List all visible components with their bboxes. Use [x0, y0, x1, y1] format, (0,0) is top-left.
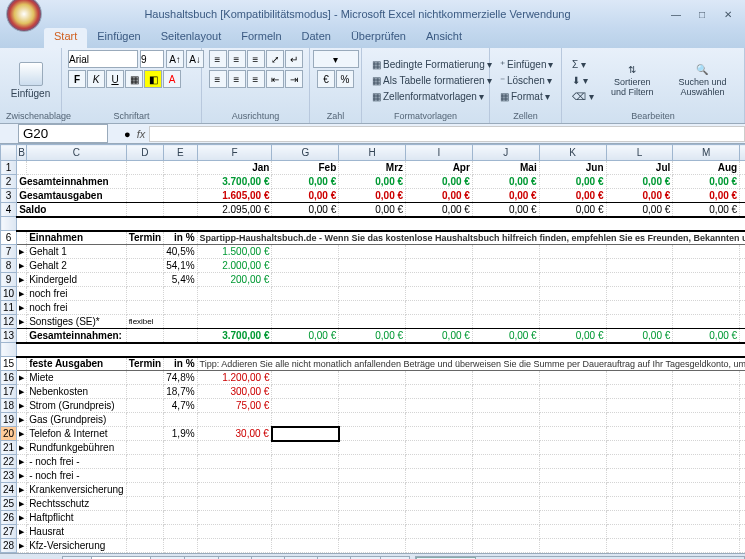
ribbon: Einfügen Zwischenablage A↑ A↓ F K U ▦ ◧ … — [0, 48, 745, 124]
horizontal-scrollbar[interactable] — [415, 556, 745, 560]
editing-group-label: Bearbeiten — [568, 111, 738, 121]
clipboard-group-label: Zwischenablage — [6, 111, 55, 121]
formula-bar: ● fx — [0, 124, 745, 144]
formula-input[interactable] — [149, 126, 745, 142]
align-right-button[interactable]: ≡ — [247, 70, 265, 88]
alignment-group-label: Ausrichtung — [208, 111, 303, 121]
sheet-tab[interactable]: Jul — [350, 556, 381, 560]
sort-filter-button[interactable]: ⇅ Sortieren und Filtern — [601, 51, 664, 111]
paste-label: Einfügen — [11, 88, 50, 99]
bold-button[interactable]: F — [68, 70, 86, 88]
spreadsheet-grid[interactable]: BCDE FGHI JKLMN 1 JanFebMrz AprMaiJun Ju… — [0, 144, 745, 553]
cell-styles-button[interactable]: ▦ Zellenformatvorlagen ▾ — [368, 89, 496, 104]
conditional-formatting-button[interactable]: ▦ Bedingte Formatierung ▾ — [368, 57, 496, 72]
clear-button[interactable]: ⌫ ▾ — [568, 89, 598, 104]
clipboard-icon — [19, 62, 43, 86]
font-group-label: Schriftart — [68, 111, 195, 121]
close-button[interactable]: ✕ — [717, 6, 739, 22]
currency-button[interactable]: € — [317, 70, 335, 88]
title-bar: Haushaltsbuch [Kompatibilitätsmodus] - M… — [0, 0, 745, 28]
tab-ueberpruefen[interactable]: Überprüfen — [341, 28, 416, 48]
sheet-tab[interactable]: GESAMT — [91, 556, 152, 560]
border-button[interactable]: ▦ — [125, 70, 143, 88]
sort-icon: ⇅ — [628, 64, 636, 75]
restore-button[interactable]: □ — [691, 6, 713, 22]
sheet-tab[interactable]: Apr — [251, 556, 285, 560]
align-center-button[interactable]: ≡ — [228, 70, 246, 88]
worksheet-tabs: |◀ ◀ ▶ ▶| (c) GESAMT Jan Feb Mrz Apr Mai… — [0, 553, 745, 559]
align-top-button[interactable]: ≡ — [209, 50, 227, 68]
orientation-button[interactable]: ⤢ — [266, 50, 284, 68]
tab-daten[interactable]: Daten — [292, 28, 341, 48]
fill-color-button[interactable]: ◧ — [144, 70, 162, 88]
find-select-button[interactable]: 🔍 Suchen und Auswählen — [667, 51, 738, 111]
tab-seitenlayout[interactable]: Seitenlayout — [151, 28, 232, 48]
align-mid-button[interactable]: ≡ — [228, 50, 246, 68]
name-box[interactable] — [18, 124, 108, 143]
delete-cells-button[interactable]: ⁻ Löschen ▾ — [496, 73, 557, 88]
number-group-label: Zahl — [316, 111, 355, 121]
align-bot-button[interactable]: ≡ — [247, 50, 265, 68]
italic-button[interactable]: K — [87, 70, 105, 88]
sheet-tab[interactable]: Mrz — [218, 556, 253, 560]
underline-button[interactable]: U — [106, 70, 124, 88]
sheet-tab[interactable]: Mai — [284, 556, 318, 560]
sheet-tab[interactable]: Jun — [317, 556, 351, 560]
indent-dec-button[interactable]: ⇤ — [266, 70, 284, 88]
column-headers[interactable]: BCDE FGHI JKLMN — [1, 145, 746, 161]
cells-group-label: Zellen — [496, 111, 555, 121]
sheet-tab[interactable]: (c) — [62, 556, 92, 560]
autosum-button[interactable]: Σ ▾ — [568, 57, 598, 72]
cancel-icon[interactable]: ● — [124, 128, 131, 140]
tab-ansicht[interactable]: Ansicht — [416, 28, 472, 48]
minimize-button[interactable]: — — [665, 6, 687, 22]
font-name-input[interactable] — [68, 50, 138, 68]
paste-button[interactable]: Einfügen — [6, 51, 55, 111]
styles-group-label: Formatvorlagen — [368, 111, 483, 121]
window-title: Haushaltsbuch [Kompatibilitätsmodus] - M… — [50, 8, 665, 20]
align-left-button[interactable]: ≡ — [209, 70, 227, 88]
sheet-tab[interactable]: Feb — [184, 556, 219, 560]
ribbon-tabs: Start Einfügen Seitenlayout Formeln Date… — [0, 28, 745, 48]
number-format-select[interactable]: ▾ — [313, 50, 359, 68]
active-cell[interactable] — [272, 427, 339, 441]
fx-icon[interactable]: fx — [137, 128, 146, 140]
font-size-input[interactable] — [140, 50, 164, 68]
indent-inc-button[interactable]: ⇥ — [285, 70, 303, 88]
grow-font-button[interactable]: A↑ — [166, 50, 184, 68]
tab-formeln[interactable]: Formeln — [231, 28, 291, 48]
wrap-text-button[interactable]: ↵ — [285, 50, 303, 68]
format-cells-button[interactable]: ▦ Format ▾ — [496, 89, 557, 104]
insert-cells-button[interactable]: ⁺ Einfügen ▾ — [496, 57, 557, 72]
percent-button[interactable]: % — [336, 70, 354, 88]
sheet-tab[interactable]: Au — [380, 556, 410, 560]
font-color-button[interactable]: A — [163, 70, 181, 88]
fill-button[interactable]: ⬇ ▾ — [568, 73, 598, 88]
tab-einfuegen[interactable]: Einfügen — [87, 28, 150, 48]
tab-start[interactable]: Start — [44, 28, 87, 48]
find-icon: 🔍 — [696, 64, 708, 75]
format-as-table-button[interactable]: ▦ Als Tabelle formatieren ▾ — [368, 73, 496, 88]
sheet-tab[interactable]: Jan — [150, 556, 184, 560]
